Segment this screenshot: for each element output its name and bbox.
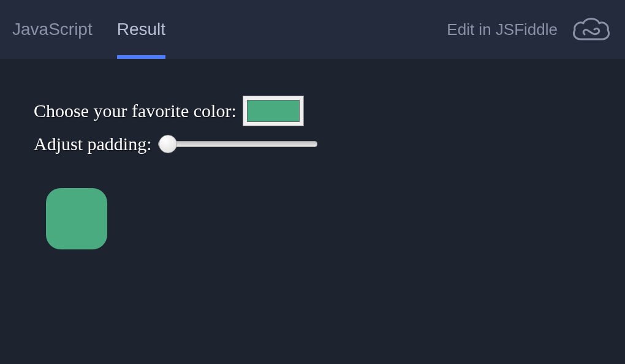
edit-in-jsfiddle-link[interactable]: Edit in JSFiddle xyxy=(447,20,558,39)
tabs: JavaScript Result xyxy=(12,0,165,59)
tab-label: JavaScript xyxy=(12,20,93,39)
padding-label: Adjust padding: xyxy=(34,134,152,154)
tab-result[interactable]: Result xyxy=(117,0,165,59)
color-control-row: Choose your favorite color: xyxy=(34,96,591,126)
header-right: Edit in JSFiddle xyxy=(447,15,613,44)
header: JavaScript Result Edit in JSFiddle xyxy=(0,0,625,59)
preview-box xyxy=(46,188,107,249)
color-label: Choose your favorite color: xyxy=(34,100,237,121)
tab-javascript[interactable]: JavaScript xyxy=(12,0,93,59)
edit-link-label: Edit in JSFiddle xyxy=(447,20,558,39)
color-swatch xyxy=(247,100,300,122)
result-area: Choose your favorite color: Adjust paddi… xyxy=(0,59,625,286)
padding-slider[interactable] xyxy=(158,141,317,147)
tab-label: Result xyxy=(117,20,165,39)
jsfiddle-logo-icon xyxy=(570,15,613,44)
color-input[interactable] xyxy=(243,96,304,126)
padding-control-row: Adjust padding: xyxy=(34,134,591,154)
